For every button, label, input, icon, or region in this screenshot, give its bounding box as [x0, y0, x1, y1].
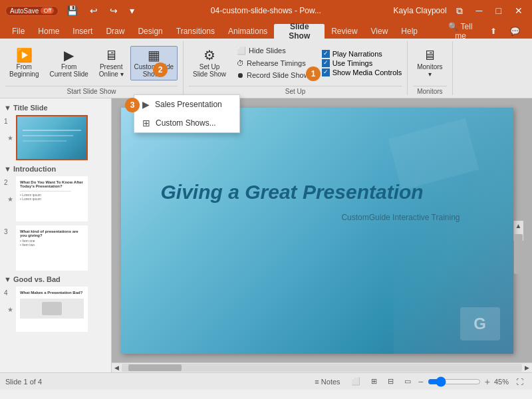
tab-insert[interactable]: Insert [66, 24, 99, 39]
hide-slides-button[interactable]: ⬜ Hide Slides [233, 45, 319, 57]
tab-search[interactable]: 🔍 Tell me [438, 24, 483, 39]
dropdown-item-sales[interactable]: ▶ Sales Presentation [134, 95, 239, 114]
autosave-toggle[interactable]: AutoSave Off [5, 6, 59, 16]
scrollbar-thumb[interactable] [514, 234, 523, 274]
status-right: ≡ Notes ⬜ ⊞ ⊟ ▭ − + 45% ⛶ [311, 376, 527, 387]
filename-text: 04-custom-slide-shows - Pow... [211, 6, 321, 15]
play-narrations-label: Play Narrations [332, 50, 382, 58]
notes-icon: ≡ [315, 378, 319, 386]
scroll-up-arrow[interactable]: ▲ [514, 221, 523, 231]
ribbon-tabs: File Home Insert Draw Design Transitions… [0, 21, 532, 39]
setup-label: Set UpSlide Show [193, 63, 226, 78]
step-2-circle: 2 [153, 63, 168, 77]
custom-slideshow-button[interactable]: ▦ Custom SlideShow ▾ [130, 46, 178, 80]
slide-number-1: 1 [4, 115, 13, 125]
maximize-button[interactable]: □ [492, 4, 505, 17]
slide-thumb-3[interactable]: What kind of presentations are you givin… [16, 225, 88, 271]
show-media-controls-checkbox[interactable]: Show Media Controls [322, 68, 402, 76]
tab-help[interactable]: Help [394, 24, 424, 39]
list-item[interactable]: 3 ★ What kind of presentations are you g… [3, 223, 108, 273]
customize-button[interactable]: ▾ [126, 4, 138, 17]
ribbon-group-monitors: 🖥 Monitors▾ Monitors [408, 41, 452, 95]
section-good-vs-bad: ▼ Good vs. Bad [3, 273, 108, 285]
slide-star-4: ★ [7, 297, 13, 313]
play-narrations-checkbox[interactable]: Play Narrations [322, 50, 402, 58]
zoom-level: 45% [494, 378, 509, 386]
view-normal-button[interactable]: ⬜ [348, 376, 364, 387]
tab-comments[interactable]: 💬 [503, 24, 527, 39]
from-current-label: FromCurrent Slide [49, 63, 88, 78]
tab-draw[interactable]: Draw [99, 24, 131, 39]
custom-slideshow-icon: ▦ [148, 49, 160, 62]
tab-animations[interactable]: Animations [221, 24, 274, 39]
custom-show-dropdown: ▶ Sales Presentation ⊞ Custom Shows... [134, 94, 240, 133]
slide-number-2: 2 [4, 176, 13, 186]
tab-home[interactable]: Home [31, 24, 66, 39]
minimize-button[interactable]: ─ [472, 4, 487, 17]
view-sorter-button[interactable]: ⊟ [384, 376, 397, 387]
from-current-button[interactable]: ▶ FromCurrent Slide [45, 46, 92, 80]
tab-file[interactable]: File [5, 24, 31, 39]
view-outline-button[interactable]: ⊞ [368, 376, 380, 387]
undo-button[interactable]: ↩ [86, 4, 102, 17]
fit-window-button[interactable]: ⛶ [513, 376, 527, 387]
tab-review[interactable]: Review [325, 24, 364, 39]
slide-num-col-1: 1 ★ [4, 115, 13, 142]
section-introduction: ▼ Introduction [3, 162, 108, 174]
close-button[interactable]: ✕ [511, 4, 527, 17]
thumb-content-4: What Makes a Presentation Bad? [17, 288, 86, 331]
zoom-minus: − [418, 376, 424, 387]
monitors-button[interactable]: 🖥 Monitors▾ [413, 46, 446, 80]
use-timings-chk [322, 59, 330, 67]
status-left: Slide 1 of 4 [5, 378, 42, 386]
restore-button[interactable]: ⧉ [452, 4, 467, 18]
main-area: ▼ Title Slide 1 ★ ▼ Introduction 2 ★ [0, 98, 532, 372]
tab-view[interactable]: View [364, 24, 395, 39]
rehearse-timings-button[interactable]: ⏱ Rehearse Timings [233, 57, 319, 69]
ribbon-group-content-monitors: 🖥 Monitors▾ [413, 41, 446, 84]
start-slideshow-group-label: Start Slide Show [5, 86, 178, 95]
setup-icon: ⚙ [203, 49, 215, 62]
thumb-content-3: What kind of presentations are you givin… [17, 227, 86, 269]
redo-button[interactable]: ↪ [106, 4, 122, 17]
horizontal-scrollbar[interactable]: ◀ ▶ [112, 362, 532, 372]
use-timings-checkbox[interactable]: Use Timings [322, 59, 402, 67]
tab-transitions[interactable]: Transitions [170, 24, 221, 39]
tab-share[interactable]: ⬆ [483, 24, 503, 39]
ribbon-group-content-setup: ⚙ Set UpSlide Show ⬜ Hide Slides ⏱ Rehea… [189, 41, 402, 84]
save-button[interactable]: 💾 [63, 4, 82, 17]
slide-thumb-2[interactable]: What Do You Want To Know After Today's P… [16, 176, 88, 221]
list-item[interactable]: 4 ★ What Makes a Presentation Bad? [3, 285, 108, 334]
present-online-label: PresentOnline ▾ [99, 63, 124, 78]
slide-num-col-2: 2 ★ [4, 176, 13, 203]
view-presenter-button[interactable]: ▭ [401, 376, 414, 387]
step-3-circle: 3 [125, 98, 140, 112]
monitors-label: Monitors▾ [417, 63, 442, 78]
from-beginning-button[interactable]: ▶️ FromBeginning [5, 46, 43, 80]
use-timings-label: Use Timings [332, 59, 373, 67]
canvas-container: Giving a Great Presentation CustomGuide … [112, 98, 532, 372]
h-scroll-thumb[interactable] [128, 364, 182, 371]
notes-label: Notes [321, 378, 340, 386]
zoom-slider[interactable] [428, 378, 481, 386]
list-item[interactable]: 1 ★ [3, 113, 108, 162]
scroll-left-arrow[interactable]: ◀ [113, 364, 120, 371]
monitors-group-label: Monitors [413, 86, 446, 95]
slide-thumb-1[interactable] [16, 115, 88, 160]
ribbon-group-start-slideshow: 2 ▶️ FromBeginning ▶ FromCurrent Slide 🖥… [0, 41, 184, 95]
scroll-right-arrow[interactable]: ▶ [523, 364, 531, 371]
hide-slides-label: Hide Slides [249, 47, 286, 55]
slide-logo: G [460, 307, 500, 340]
thumb-content-1 [17, 116, 86, 159]
slide-thumb-4[interactable]: What Makes a Presentation Bad? [16, 287, 88, 332]
vertical-scrollbar[interactable]: ▲ ▼ [513, 221, 523, 241]
setup-slideshow-button[interactable]: ⚙ Set UpSlide Show [189, 46, 230, 80]
notes-button[interactable]: ≡ Notes [311, 376, 343, 387]
status-bar: Slide 1 of 4 ≡ Notes ⬜ ⊞ ⊟ ▭ − + 45% ⛶ [0, 372, 532, 390]
dropdown-item-custom[interactable]: ⊞ Custom Shows... [134, 114, 239, 132]
ribbon: 2 ▶️ FromBeginning ▶ FromCurrent Slide 🖥… [0, 39, 532, 98]
present-online-button[interactable]: 🖥 PresentOnline ▾ [95, 46, 128, 80]
tab-design[interactable]: Design [131, 24, 169, 39]
list-item[interactable]: 2 ★ What Do You Want To Know After Today… [3, 174, 108, 223]
tab-slideshow[interactable]: Slide Show [274, 24, 325, 39]
